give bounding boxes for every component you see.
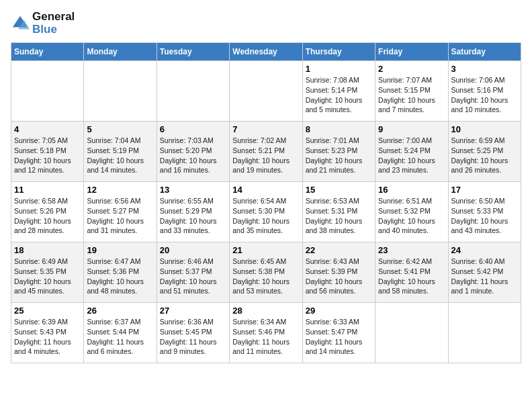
day-number: 19	[87, 245, 153, 255]
day-info: Sunrise: 6:49 AMSunset: 5:35 PMDaylight:…	[14, 257, 81, 296]
day-info: Sunrise: 6:51 AMSunset: 5:32 PMDaylight:…	[378, 196, 445, 236]
calendar-week-1: 4Sunrise: 7:05 AMSunset: 5:18 PMDaylight…	[11, 122, 521, 182]
day-number: 4	[14, 124, 81, 134]
calendar-cell: 21Sunrise: 6:45 AMSunset: 5:38 PMDayligh…	[230, 242, 302, 303]
calendar-cell: 7Sunrise: 7:02 AMSunset: 5:21 PMDaylight…	[230, 122, 302, 182]
calendar-cell: 1Sunrise: 7:08 AMSunset: 5:14 PMDaylight…	[302, 61, 375, 122]
calendar-cell: 29Sunrise: 6:33 AMSunset: 5:47 PMDayligh…	[302, 303, 375, 363]
calendar-cell	[11, 61, 84, 122]
day-info: Sunrise: 6:59 AMSunset: 5:25 PMDaylight:…	[451, 136, 518, 175]
day-number: 14	[232, 185, 299, 195]
header-wednesday: Wednesday	[230, 43, 302, 61]
calendar-table: SundayMondayTuesdayWednesdayThursdayFrid…	[11, 42, 521, 363]
day-info: Sunrise: 7:06 AMSunset: 5:16 PMDaylight:…	[451, 75, 518, 115]
logo: General Blue	[11, 11, 75, 36]
day-info: Sunrise: 6:50 AMSunset: 5:33 PMDaylight:…	[451, 196, 518, 236]
day-number: 15	[306, 185, 372, 195]
day-info: Sunrise: 6:58 AMSunset: 5:26 PMDaylight:…	[14, 196, 81, 236]
calendar-cell: 5Sunrise: 7:04 AMSunset: 5:19 PMDaylight…	[84, 122, 157, 182]
day-number: 27	[160, 306, 226, 316]
day-info: Sunrise: 6:55 AMSunset: 5:29 PMDaylight:…	[160, 196, 226, 236]
calendar-cell: 26Sunrise: 6:37 AMSunset: 5:44 PMDayligh…	[84, 303, 157, 363]
calendar-cell: 17Sunrise: 6:50 AMSunset: 5:33 PMDayligh…	[448, 182, 521, 242]
calendar-week-3: 18Sunrise: 6:49 AMSunset: 5:35 PMDayligh…	[11, 242, 521, 303]
day-info: Sunrise: 6:56 AMSunset: 5:27 PMDaylight:…	[87, 196, 153, 236]
day-number: 8	[306, 124, 372, 134]
calendar-cell: 24Sunrise: 6:40 AMSunset: 5:42 PMDayligh…	[448, 242, 521, 303]
header-friday: Friday	[375, 43, 448, 61]
day-number: 24	[451, 245, 518, 255]
calendar-cell	[157, 61, 229, 122]
day-number: 9	[378, 124, 445, 134]
calendar-week-0: 1Sunrise: 7:08 AMSunset: 5:14 PMDaylight…	[11, 61, 521, 122]
day-number: 3	[451, 64, 518, 74]
calendar-cell	[230, 61, 302, 122]
header-monday: Monday	[84, 43, 157, 61]
calendar-cell: 13Sunrise: 6:55 AMSunset: 5:29 PMDayligh…	[157, 182, 229, 242]
calendar-cell: 3Sunrise: 7:06 AMSunset: 5:16 PMDaylight…	[448, 61, 521, 122]
calendar-cell: 16Sunrise: 6:51 AMSunset: 5:32 PMDayligh…	[375, 182, 448, 242]
day-info: Sunrise: 6:39 AMSunset: 5:43 PMDaylight:…	[14, 317, 81, 357]
calendar-cell: 20Sunrise: 6:46 AMSunset: 5:37 PMDayligh…	[157, 242, 229, 303]
day-info: Sunrise: 6:34 AMSunset: 5:46 PMDaylight:…	[232, 317, 299, 357]
day-info: Sunrise: 6:42 AMSunset: 5:41 PMDaylight:…	[378, 257, 445, 296]
day-info: Sunrise: 7:00 AMSunset: 5:24 PMDaylight:…	[378, 136, 445, 175]
day-info: Sunrise: 6:36 AMSunset: 5:45 PMDaylight:…	[160, 317, 226, 357]
calendar-cell	[448, 303, 521, 363]
calendar-week-4: 25Sunrise: 6:39 AMSunset: 5:43 PMDayligh…	[11, 303, 521, 363]
day-info: Sunrise: 6:45 AMSunset: 5:38 PMDaylight:…	[232, 257, 299, 296]
day-info: Sunrise: 6:47 AMSunset: 5:36 PMDaylight:…	[87, 257, 153, 296]
header: General Blue	[11, 11, 521, 36]
logo-text: General Blue	[32, 11, 75, 36]
day-info: Sunrise: 6:40 AMSunset: 5:42 PMDaylight:…	[451, 257, 518, 296]
day-info: Sunrise: 7:03 AMSunset: 5:20 PMDaylight:…	[160, 136, 226, 175]
day-number: 6	[160, 124, 226, 134]
calendar-cell: 15Sunrise: 6:53 AMSunset: 5:31 PMDayligh…	[302, 182, 375, 242]
day-number: 5	[87, 124, 153, 134]
day-number: 13	[160, 185, 226, 195]
day-number: 7	[232, 124, 299, 134]
day-info: Sunrise: 6:43 AMSunset: 5:39 PMDaylight:…	[306, 257, 372, 296]
logo-icon	[11, 14, 30, 33]
calendar-cell: 8Sunrise: 7:01 AMSunset: 5:23 PMDaylight…	[302, 122, 375, 182]
day-number: 22	[306, 245, 372, 255]
day-info: Sunrise: 6:53 AMSunset: 5:31 PMDaylight:…	[306, 196, 372, 236]
day-number: 1	[306, 64, 372, 74]
calendar-cell: 27Sunrise: 6:36 AMSunset: 5:45 PMDayligh…	[157, 303, 229, 363]
day-number: 18	[14, 245, 81, 255]
calendar-header-row: SundayMondayTuesdayWednesdayThursdayFrid…	[11, 43, 521, 61]
header-tuesday: Tuesday	[157, 43, 229, 61]
day-info: Sunrise: 7:07 AMSunset: 5:15 PMDaylight:…	[378, 75, 445, 115]
calendar-cell: 28Sunrise: 6:34 AMSunset: 5:46 PMDayligh…	[230, 303, 302, 363]
day-number: 29	[306, 306, 372, 316]
day-number: 28	[232, 306, 299, 316]
day-info: Sunrise: 6:54 AMSunset: 5:30 PMDaylight:…	[232, 196, 299, 236]
calendar-cell: 6Sunrise: 7:03 AMSunset: 5:20 PMDaylight…	[157, 122, 229, 182]
calendar-cell: 4Sunrise: 7:05 AMSunset: 5:18 PMDaylight…	[11, 122, 84, 182]
day-number: 21	[232, 245, 299, 255]
calendar-week-2: 11Sunrise: 6:58 AMSunset: 5:26 PMDayligh…	[11, 182, 521, 242]
day-info: Sunrise: 7:01 AMSunset: 5:23 PMDaylight:…	[306, 136, 372, 175]
calendar-cell: 12Sunrise: 6:56 AMSunset: 5:27 PMDayligh…	[84, 182, 157, 242]
day-info: Sunrise: 7:04 AMSunset: 5:19 PMDaylight:…	[87, 136, 153, 175]
calendar-cell: 25Sunrise: 6:39 AMSunset: 5:43 PMDayligh…	[11, 303, 84, 363]
day-number: 11	[14, 185, 81, 195]
day-number: 26	[87, 306, 153, 316]
day-info: Sunrise: 7:08 AMSunset: 5:14 PMDaylight:…	[306, 75, 372, 115]
header-saturday: Saturday	[448, 43, 521, 61]
calendar-cell: 2Sunrise: 7:07 AMSunset: 5:15 PMDaylight…	[375, 61, 448, 122]
calendar-cell: 18Sunrise: 6:49 AMSunset: 5:35 PMDayligh…	[11, 242, 84, 303]
day-info: Sunrise: 7:05 AMSunset: 5:18 PMDaylight:…	[14, 136, 81, 175]
day-info: Sunrise: 6:37 AMSunset: 5:44 PMDaylight:…	[87, 317, 153, 357]
calendar-cell: 14Sunrise: 6:54 AMSunset: 5:30 PMDayligh…	[230, 182, 302, 242]
day-number: 17	[451, 185, 518, 195]
header-thursday: Thursday	[302, 43, 375, 61]
calendar-cell: 19Sunrise: 6:47 AMSunset: 5:36 PMDayligh…	[84, 242, 157, 303]
calendar-cell: 22Sunrise: 6:43 AMSunset: 5:39 PMDayligh…	[302, 242, 375, 303]
day-info: Sunrise: 6:33 AMSunset: 5:47 PMDaylight:…	[306, 317, 372, 357]
calendar-cell	[375, 303, 448, 363]
calendar-cell: 10Sunrise: 6:59 AMSunset: 5:25 PMDayligh…	[448, 122, 521, 182]
calendar-cell: 9Sunrise: 7:00 AMSunset: 5:24 PMDaylight…	[375, 122, 448, 182]
day-info: Sunrise: 6:46 AMSunset: 5:37 PMDaylight:…	[160, 257, 226, 296]
day-number: 2	[378, 64, 445, 74]
